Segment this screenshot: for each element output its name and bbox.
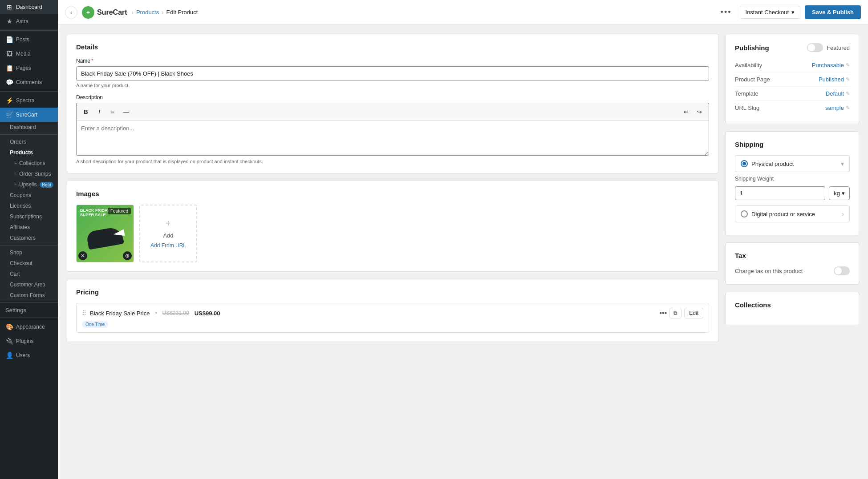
redo-button[interactable]: ↪ (694, 106, 705, 117)
sidebar-item-pages[interactable]: 📋 Pages (0, 61, 58, 75)
submenu-affiliates[interactable]: Affiliates (0, 222, 58, 233)
sidebar-item-label: Posts (16, 36, 29, 43)
submenu-upsells[interactable]: └ Upsells Beta (0, 179, 58, 190)
submenu-licenses-label: Licenses (10, 203, 31, 209)
publishing-card: Publishing Featured Availability Purchas… (726, 34, 859, 124)
description-label: Description (76, 94, 709, 101)
drag-handle[interactable]: ⠿ (82, 310, 86, 317)
breadcrumb-products[interactable]: Products (136, 9, 159, 16)
instant-checkout-button[interactable]: Instant Checkout ▾ (740, 6, 801, 19)
submenu-cart[interactable]: Cart (0, 269, 58, 279)
submenu-coupons[interactable]: Coupons (0, 190, 58, 201)
submenu-subscriptions[interactable]: Subscriptions (0, 211, 58, 222)
sidebar-item-astra[interactable]: ★ Astra (0, 14, 58, 28)
remove-image-button[interactable]: ✕ (78, 251, 87, 260)
description-textarea[interactable] (76, 120, 709, 156)
description-field: Description B I ≡ — ↩ ↪ A short descript… (76, 94, 709, 164)
physical-radio (741, 160, 748, 167)
weight-unit-selector[interactable]: kg ▾ (829, 186, 850, 200)
weight-input[interactable] (735, 186, 825, 200)
sidebar-divider-4 (0, 245, 58, 246)
price-edit-button[interactable]: Edit (684, 308, 703, 318)
sidebar-item-users[interactable]: 👤 Users (0, 348, 58, 362)
sidebar-item-label: Spectra (16, 97, 34, 104)
submenu-products[interactable]: Products (0, 147, 58, 158)
submenu-dashboard[interactable]: Dashboard (0, 122, 58, 133)
digital-radio (741, 210, 748, 217)
undo-button[interactable]: ↩ (680, 106, 692, 117)
featured-toggle[interactable] (807, 43, 823, 52)
bold-button[interactable]: B (80, 106, 92, 117)
submenu-checkout[interactable]: Checkout (0, 258, 58, 269)
submenu-collections[interactable]: └ Collections (0, 158, 58, 169)
price-more-button[interactable]: ••• (660, 309, 667, 317)
digital-left: Digital product or service (741, 210, 815, 217)
price-name: Black Friday Sale Price (90, 310, 150, 317)
sidebar-item-label: SureCart (16, 112, 37, 118)
price-actions: ••• ⧉ Edit (660, 308, 704, 318)
sidebar-item-appearance[interactable]: 🎨 Appearance (0, 320, 58, 334)
comments-icon: 💬 (5, 79, 13, 86)
submenu-customers[interactable]: Customers (0, 233, 58, 243)
submenu-custom-forms[interactable]: Custom Forms (0, 290, 58, 301)
sidebar-item-comments[interactable]: 💬 Comments (0, 75, 58, 89)
save-publish-button[interactable]: Save & Publish (805, 5, 861, 19)
submenu-coupons-label: Coupons (10, 192, 31, 198)
physical-product-option[interactable]: Physical product ▾ (735, 155, 850, 172)
sidebar-users-label: Users (16, 352, 30, 358)
charge-tax-toggle[interactable] (834, 266, 850, 275)
featured-label: Featured (827, 44, 850, 51)
product-page-value[interactable]: Published ✎ (819, 76, 850, 83)
pricing-card: Pricing ⠿ Black Friday Sale Price • US$2… (67, 279, 718, 342)
align-button[interactable]: ≡ (107, 106, 118, 117)
main-area: ‹ SureCart › Products › Edit Product •••… (58, 0, 868, 479)
submenu-order-bumps[interactable]: └ Order Bumps (0, 169, 58, 179)
shoe-shape-wrap (87, 229, 123, 247)
add-image-box[interactable]: + Add Add From URL (139, 205, 197, 262)
featured-toggle-wrap: Featured (807, 43, 850, 52)
submenu-licenses[interactable]: Licenses (0, 201, 58, 211)
sidebar-plugins-label: Plugins (16, 338, 33, 344)
price-copy-button[interactable]: ⧉ (669, 308, 681, 318)
sidebar-divider-6 (0, 318, 58, 318)
digital-label: Digital product or service (751, 211, 815, 217)
surecart-icon: 🛒 (5, 111, 13, 118)
submenu-orders[interactable]: Orders (0, 137, 58, 147)
weight-unit-arrow-icon: ▾ (842, 190, 845, 197)
add-from-url-link[interactable]: Add From URL (150, 242, 186, 249)
sidebar-item-plugins[interactable]: 🔌 Plugins (0, 334, 58, 348)
images-card: Images BLACK FRIDAYSUPER SALE Featured ✕… (67, 181, 718, 272)
sidebar-item-spectra[interactable]: ⚡ Spectra (0, 93, 58, 108)
digital-product-option[interactable]: Digital product or service › (735, 205, 850, 222)
submenu-shop[interactable]: Shop (0, 247, 58, 258)
sidebar-item-posts[interactable]: 📄 Posts (0, 32, 58, 47)
template-label: Template (735, 90, 758, 97)
submenu-customers-label: Customers (10, 235, 36, 241)
physical-expand-icon: ▾ (841, 160, 844, 167)
left-column: Details Name* A name for your product. D… (67, 34, 718, 470)
availability-value[interactable]: Purchasable ✎ (812, 62, 850, 68)
back-button[interactable]: ‹ (65, 6, 77, 19)
sidebar-appearance-label: Appearance (16, 324, 45, 330)
price-current: US$99.00 (195, 310, 220, 317)
breadcrumb: › Products › Edit Product (132, 9, 198, 16)
url-slug-value[interactable]: sample ✎ (825, 105, 850, 111)
product-page-row: Product Page Published ✎ (735, 72, 850, 87)
url-slug-label: URL Slug (735, 105, 759, 111)
add-image-icon: + (166, 218, 171, 229)
users-icon: 👤 (5, 352, 13, 359)
sidebar-item-dashboard[interactable]: ⊞ Dashboard (0, 0, 58, 14)
italic-button[interactable]: I (93, 106, 105, 117)
sidebar-settings[interactable]: Settings (0, 305, 58, 316)
product-name-input[interactable] (76, 66, 709, 81)
sidebar-item-surecart[interactable]: 🛒 SureCart (0, 108, 58, 122)
publishing-title: Publishing (735, 44, 769, 52)
divider-button[interactable]: — (120, 106, 132, 117)
sidebar-item-media[interactable]: 🖼 Media (0, 47, 58, 61)
template-value[interactable]: Default ✎ (826, 90, 850, 97)
zoom-image-button[interactable]: ⊕ (123, 251, 132, 260)
one-time-badge-wrap: One Time (82, 318, 703, 328)
submenu-customer-area[interactable]: Customer Area (0, 279, 58, 290)
more-options-button[interactable]: ••• (717, 6, 735, 19)
add-label: Add (163, 232, 173, 239)
